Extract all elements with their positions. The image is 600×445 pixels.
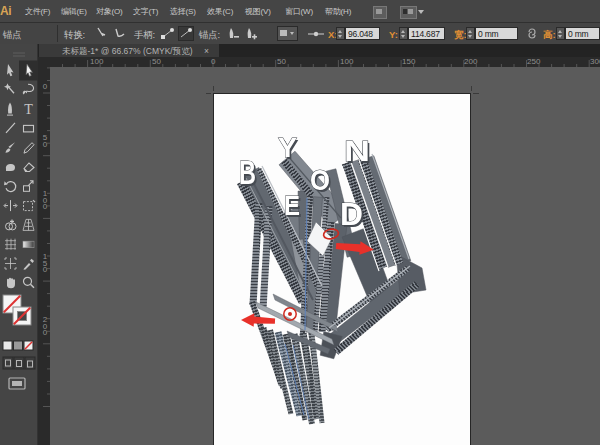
svg-text:D: D (340, 197, 363, 232)
svg-text:Y: Y (278, 132, 297, 163)
svg-text:B: B (239, 154, 256, 191)
svg-text:N: N (344, 135, 370, 167)
svg-text:T: T (24, 102, 33, 117)
svg-text:E: E (284, 191, 300, 221)
svg-text:O: O (310, 163, 330, 196)
